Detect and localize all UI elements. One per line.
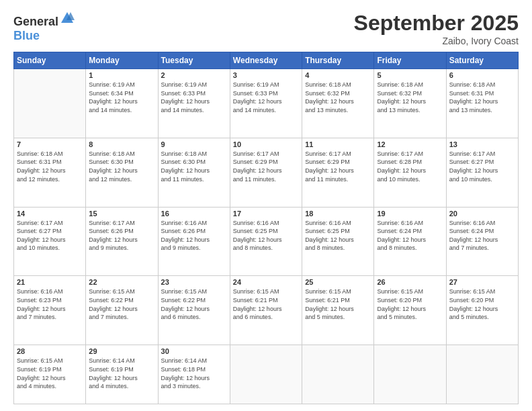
day-detail: Sunrise: 6:15 AM Sunset: 6:20 PM Dayligh… bbox=[377, 287, 443, 321]
day-number: 4 bbox=[305, 71, 371, 79]
day-of-week-header: Tuesday bbox=[158, 52, 230, 69]
day-number: 5 bbox=[377, 71, 443, 79]
day-detail: Sunrise: 6:19 AM Sunset: 6:33 PM Dayligh… bbox=[161, 81, 227, 114]
page: General Blue September 2025 Zaibo, Ivory… bbox=[0, 0, 532, 411]
calendar-cell: 21Sunrise: 6:16 AM Sunset: 6:23 PM Dayli… bbox=[14, 276, 86, 345]
calendar-cell: 11Sunrise: 6:17 AM Sunset: 6:29 PM Dayli… bbox=[302, 138, 374, 207]
day-number: 6 bbox=[449, 71, 515, 79]
day-detail: Sunrise: 6:18 AM Sunset: 6:30 PM Dayligh… bbox=[89, 150, 154, 183]
calendar-cell: 14Sunrise: 6:17 AM Sunset: 6:27 PM Dayli… bbox=[14, 207, 86, 276]
day-detail: Sunrise: 6:19 AM Sunset: 6:33 PM Dayligh… bbox=[233, 81, 299, 114]
calendar-cell: 24Sunrise: 6:15 AM Sunset: 6:21 PM Dayli… bbox=[230, 276, 302, 345]
logo-icon bbox=[60, 11, 75, 26]
day-number: 19 bbox=[377, 210, 443, 218]
calendar-cell bbox=[374, 345, 446, 404]
day-detail: Sunrise: 6:16 AM Sunset: 6:25 PM Dayligh… bbox=[233, 219, 299, 253]
day-number: 21 bbox=[17, 278, 83, 286]
calendar-cell: 16Sunrise: 6:16 AM Sunset: 6:26 PM Dayli… bbox=[158, 207, 230, 276]
day-detail: Sunrise: 6:17 AM Sunset: 6:28 PM Dayligh… bbox=[377, 150, 443, 183]
header: General Blue September 2025 Zaibo, Ivory… bbox=[13, 11, 519, 46]
calendar-week-row: 14Sunrise: 6:17 AM Sunset: 6:27 PM Dayli… bbox=[14, 207, 519, 276]
logo-text: General Blue bbox=[13, 11, 75, 43]
calendar-week-row: 1Sunrise: 6:19 AM Sunset: 6:34 PM Daylig… bbox=[14, 69, 519, 138]
calendar-cell bbox=[446, 345, 518, 404]
day-detail: Sunrise: 6:15 AM Sunset: 6:22 PM Dayligh… bbox=[161, 287, 227, 321]
day-detail: Sunrise: 6:18 AM Sunset: 6:31 PM Dayligh… bbox=[17, 150, 83, 183]
day-number: 18 bbox=[305, 210, 371, 218]
day-number: 30 bbox=[161, 347, 227, 355]
day-detail: Sunrise: 6:17 AM Sunset: 6:27 PM Dayligh… bbox=[449, 150, 515, 183]
day-detail: Sunrise: 6:15 AM Sunset: 6:20 PM Dayligh… bbox=[449, 287, 515, 321]
logo-blue: Blue bbox=[13, 29, 40, 42]
day-detail: Sunrise: 6:16 AM Sunset: 6:26 PM Dayligh… bbox=[161, 219, 227, 253]
calendar-cell: 26Sunrise: 6:15 AM Sunset: 6:20 PM Dayli… bbox=[374, 276, 446, 345]
day-detail: Sunrise: 6:16 AM Sunset: 6:24 PM Dayligh… bbox=[377, 219, 443, 253]
calendar-cell: 27Sunrise: 6:15 AM Sunset: 6:20 PM Dayli… bbox=[446, 276, 518, 345]
calendar-cell bbox=[14, 69, 86, 138]
day-of-week-header: Sunday bbox=[14, 52, 86, 69]
logo-general: General bbox=[13, 15, 58, 28]
day-of-week-header: Friday bbox=[374, 52, 446, 69]
calendar-cell: 22Sunrise: 6:15 AM Sunset: 6:22 PM Dayli… bbox=[86, 276, 158, 345]
day-detail: Sunrise: 6:18 AM Sunset: 6:30 PM Dayligh… bbox=[161, 150, 227, 183]
title-block: September 2025 Zaibo, Ivory Coast bbox=[354, 11, 519, 46]
day-detail: Sunrise: 6:16 AM Sunset: 6:25 PM Dayligh… bbox=[305, 219, 371, 253]
day-number: 17 bbox=[233, 210, 299, 218]
calendar-cell: 20Sunrise: 6:16 AM Sunset: 6:24 PM Dayli… bbox=[446, 207, 518, 276]
day-number: 1 bbox=[89, 71, 154, 79]
calendar-cell: 17Sunrise: 6:16 AM Sunset: 6:25 PM Dayli… bbox=[230, 207, 302, 276]
day-detail: Sunrise: 6:18 AM Sunset: 6:32 PM Dayligh… bbox=[305, 81, 371, 114]
calendar-cell bbox=[230, 345, 302, 404]
day-detail: Sunrise: 6:15 AM Sunset: 6:19 PM Dayligh… bbox=[17, 357, 83, 390]
day-detail: Sunrise: 6:18 AM Sunset: 6:31 PM Dayligh… bbox=[449, 81, 515, 114]
day-detail: Sunrise: 6:17 AM Sunset: 6:27 PM Dayligh… bbox=[17, 219, 83, 253]
day-number: 10 bbox=[233, 140, 299, 148]
calendar-cell: 5Sunrise: 6:18 AM Sunset: 6:32 PM Daylig… bbox=[374, 69, 446, 138]
day-detail: Sunrise: 6:15 AM Sunset: 6:21 PM Dayligh… bbox=[305, 287, 371, 321]
day-of-week-header: Wednesday bbox=[230, 52, 302, 69]
calendar-cell: 10Sunrise: 6:17 AM Sunset: 6:29 PM Dayli… bbox=[230, 138, 302, 207]
day-of-week-header: Monday bbox=[86, 52, 158, 69]
day-of-week-header: Thursday bbox=[302, 52, 374, 69]
day-detail: Sunrise: 6:17 AM Sunset: 6:29 PM Dayligh… bbox=[233, 150, 299, 183]
day-number: 24 bbox=[233, 278, 299, 286]
calendar-cell: 15Sunrise: 6:17 AM Sunset: 6:26 PM Dayli… bbox=[86, 207, 158, 276]
calendar-cell: 6Sunrise: 6:18 AM Sunset: 6:31 PM Daylig… bbox=[446, 69, 518, 138]
day-detail: Sunrise: 6:18 AM Sunset: 6:32 PM Dayligh… bbox=[377, 81, 443, 114]
day-detail: Sunrise: 6:14 AM Sunset: 6:18 PM Dayligh… bbox=[161, 357, 227, 390]
calendar-cell: 1Sunrise: 6:19 AM Sunset: 6:34 PM Daylig… bbox=[86, 69, 158, 138]
calendar-cell: 9Sunrise: 6:18 AM Sunset: 6:30 PM Daylig… bbox=[158, 138, 230, 207]
day-number: 27 bbox=[449, 278, 515, 286]
calendar-cell: 19Sunrise: 6:16 AM Sunset: 6:24 PM Dayli… bbox=[374, 207, 446, 276]
calendar-cell: 8Sunrise: 6:18 AM Sunset: 6:30 PM Daylig… bbox=[86, 138, 158, 207]
day-number: 28 bbox=[17, 347, 83, 355]
day-detail: Sunrise: 6:15 AM Sunset: 6:22 PM Dayligh… bbox=[89, 287, 154, 321]
day-number: 3 bbox=[233, 71, 299, 79]
day-detail: Sunrise: 6:19 AM Sunset: 6:34 PM Dayligh… bbox=[89, 81, 154, 114]
day-number: 26 bbox=[377, 278, 443, 286]
calendar-week-row: 7Sunrise: 6:18 AM Sunset: 6:31 PM Daylig… bbox=[14, 138, 519, 207]
calendar-cell: 13Sunrise: 6:17 AM Sunset: 6:27 PM Dayli… bbox=[446, 138, 518, 207]
day-number: 29 bbox=[89, 347, 154, 355]
day-number: 9 bbox=[161, 140, 227, 148]
day-number: 12 bbox=[377, 140, 443, 148]
calendar-week-row: 28Sunrise: 6:15 AM Sunset: 6:19 PM Dayli… bbox=[14, 345, 519, 404]
calendar-cell: 12Sunrise: 6:17 AM Sunset: 6:28 PM Dayli… bbox=[374, 138, 446, 207]
calendar-cell: 29Sunrise: 6:14 AM Sunset: 6:19 PM Dayli… bbox=[86, 345, 158, 404]
calendar-cell: 3Sunrise: 6:19 AM Sunset: 6:33 PM Daylig… bbox=[230, 69, 302, 138]
day-number: 8 bbox=[89, 140, 154, 148]
calendar-header-row: SundayMondayTuesdayWednesdayThursdayFrid… bbox=[14, 52, 519, 69]
calendar-cell bbox=[302, 345, 374, 404]
calendar-cell: 23Sunrise: 6:15 AM Sunset: 6:22 PM Dayli… bbox=[158, 276, 230, 345]
day-detail: Sunrise: 6:14 AM Sunset: 6:19 PM Dayligh… bbox=[89, 357, 154, 390]
calendar-cell: 30Sunrise: 6:14 AM Sunset: 6:18 PM Dayli… bbox=[158, 345, 230, 404]
day-number: 15 bbox=[89, 210, 154, 218]
logo: General Blue bbox=[13, 11, 75, 43]
day-number: 25 bbox=[305, 278, 371, 286]
calendar-cell: 4Sunrise: 6:18 AM Sunset: 6:32 PM Daylig… bbox=[302, 69, 374, 138]
calendar-table: SundayMondayTuesdayWednesdayThursdayFrid… bbox=[13, 52, 519, 404]
calendar-week-row: 21Sunrise: 6:16 AM Sunset: 6:23 PM Dayli… bbox=[14, 276, 519, 345]
day-number: 7 bbox=[17, 140, 83, 148]
day-number: 20 bbox=[449, 210, 515, 218]
calendar-cell: 18Sunrise: 6:16 AM Sunset: 6:25 PM Dayli… bbox=[302, 207, 374, 276]
